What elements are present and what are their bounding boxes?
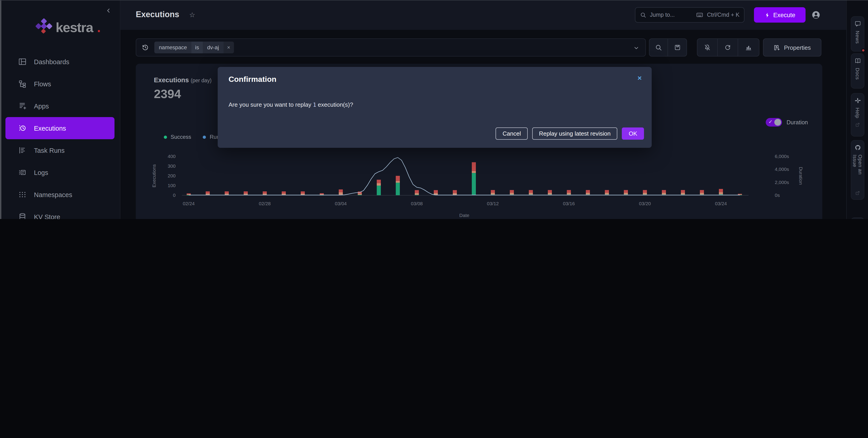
- svg-text:6,000s: 6,000s: [775, 154, 789, 159]
- rail-item-label: Help: [855, 108, 860, 119]
- external-link-icon: [855, 190, 860, 196]
- rail-item-label: News: [855, 31, 860, 44]
- toggle-chart-button[interactable]: [738, 39, 758, 56]
- svg-text:400: 400: [168, 154, 176, 159]
- legend-item-success[interactable]: Success: [164, 134, 191, 140]
- sidebar: kestra. DashboardsFlowsAppsExecutionsTas…: [0, 0, 120, 219]
- sidebar-item-flows[interactable]: Flows: [5, 73, 115, 95]
- filter-search-button[interactable]: [649, 39, 668, 56]
- search-icon: [640, 12, 646, 18]
- filter-value: dv-aj: [203, 42, 223, 53]
- cancel-button[interactable]: Cancel: [496, 128, 528, 140]
- svg-text:03/08: 03/08: [411, 201, 423, 206]
- sidebar-item-logs[interactable]: Logs: [5, 161, 115, 183]
- filter-search-save-group: [649, 38, 687, 57]
- rail-item-open-an-issue[interactable]: Open an Issue: [851, 140, 864, 200]
- github-icon: [854, 144, 861, 151]
- legend-dot: [203, 135, 206, 139]
- history-icon[interactable]: [142, 44, 149, 51]
- sidebar-item-apps[interactable]: Apps: [5, 95, 115, 117]
- user-avatar[interactable]: [811, 10, 821, 20]
- dashboard-icon: [18, 58, 27, 66]
- duration-toggle[interactable]: ✓ Duration: [766, 118, 808, 127]
- taskruns-icon: [18, 146, 27, 155]
- svg-text:2,000s: 2,000s: [775, 180, 789, 185]
- main-content: Executions ☆ Jump to... Ctrl/Cmd + K Exe…: [120, 0, 846, 219]
- kestra-logo-dot: .: [97, 20, 101, 35]
- kestra-app: kestra. DashboardsFlowsAppsExecutionsTas…: [0, 0, 868, 219]
- filter-remove-icon[interactable]: ×: [223, 42, 234, 53]
- sidebar-item-label: Logs: [34, 169, 48, 176]
- rail-item-get-a-demo[interactable]: Get a demo: [851, 217, 864, 219]
- modal-message: Are you sure you want to replay 1 execut…: [228, 101, 353, 108]
- refresh-button[interactable]: [718, 39, 738, 56]
- replay-latest-revision-button[interactable]: Replay using latest revision: [532, 128, 618, 140]
- rail-item-news[interactable]: News: [851, 16, 864, 52]
- logs-icon: [18, 168, 27, 177]
- alerts-off-button[interactable]: [698, 39, 718, 56]
- rail-item-docs[interactable]: Docs: [851, 53, 864, 89]
- kestra-logo[interactable]: kestra.: [36, 19, 101, 36]
- duration-toggle-label: Duration: [786, 119, 808, 126]
- sidebar-collapse-icon[interactable]: [105, 7, 112, 14]
- chart-controls-group: [697, 38, 760, 57]
- left-scrollbar[interactable]: [0, 0, 1, 219]
- toggle-switch[interactable]: ✓: [766, 118, 782, 127]
- sidebar-item-dashboards[interactable]: Dashboards: [5, 50, 115, 73]
- svg-text:Date: Date: [459, 213, 469, 218]
- lightning-bolt-icon: [764, 12, 770, 18]
- svg-text:03/20: 03/20: [639, 201, 651, 206]
- sidebar-item-task-runs[interactable]: Task Runs: [5, 139, 115, 161]
- filter-bar[interactable]: namespace is dv-aj ×: [136, 38, 646, 57]
- properties-button[interactable]: Properties: [763, 38, 822, 57]
- svg-text:4,000s: 4,000s: [775, 167, 789, 172]
- filter-chip[interactable]: namespace is dv-aj ×: [154, 42, 234, 53]
- jump-to-placeholder: Jump to...: [650, 12, 675, 18]
- rail-item-label: Docs: [855, 68, 860, 80]
- svg-text:200: 200: [168, 173, 176, 178]
- apps-icon: [18, 102, 27, 110]
- rail-item-help[interactable]: Help: [851, 93, 864, 136]
- svg-text:100: 100: [168, 183, 176, 188]
- shortcut-hint: Ctrl/Cmd + K: [707, 12, 740, 18]
- sidebar-item-namespaces[interactable]: Namespaces: [5, 183, 115, 206]
- keyboard-icon: [696, 11, 703, 19]
- confirmation-modal: Confirmation × Are you sure you want to …: [218, 67, 652, 148]
- svg-text:02/28: 02/28: [259, 201, 271, 206]
- slack-icon: [854, 97, 861, 104]
- execute-button[interactable]: Execute: [754, 7, 806, 23]
- svg-text:Executions: Executions: [151, 164, 157, 188]
- external-link-icon: [855, 122, 860, 128]
- svg-text:0: 0: [173, 193, 176, 198]
- database-icon: [18, 212, 27, 219]
- favorite-star-icon[interactable]: ☆: [189, 11, 195, 19]
- svg-text:03/04: 03/04: [335, 201, 347, 206]
- ok-button[interactable]: OK: [622, 128, 644, 140]
- sidebar-item-label: Dashboards: [34, 58, 69, 65]
- chart-title: Executions (per day): [154, 76, 212, 83]
- sidebar-item-label: Task Runs: [34, 147, 64, 154]
- executions-bar-chart: 01002003004000s2,000s4,000s6,000s02/2402…: [142, 146, 807, 219]
- chevron-down-icon[interactable]: [633, 44, 640, 52]
- svg-text:Duration: Duration: [798, 167, 804, 184]
- rail-item-label: Open an Issue: [852, 155, 863, 187]
- window-top-edge: [0, 0, 868, 0]
- sidebar-item-executions[interactable]: Executions: [5, 117, 115, 139]
- svg-text:03/24: 03/24: [715, 201, 727, 206]
- executions-total-count: 2394: [154, 87, 181, 101]
- topbar: Executions ☆ Jump to... Ctrl/Cmd + K Exe…: [120, 0, 846, 30]
- jump-to-search[interactable]: Jump to... Ctrl/Cmd + K: [635, 7, 744, 23]
- kestra-logo-text: kestra: [56, 20, 93, 35]
- executions-icon: [18, 124, 27, 132]
- svg-text:02/24: 02/24: [183, 201, 195, 206]
- sidebar-item-label: KV Store: [34, 213, 60, 219]
- sidebar-item-label: Flows: [34, 80, 51, 88]
- filter-field: namespace: [154, 42, 191, 53]
- svg-text:300: 300: [168, 163, 176, 169]
- svg-text:03/12: 03/12: [487, 201, 499, 206]
- filter-save-button[interactable]: [668, 39, 686, 56]
- legend-dot: [164, 135, 167, 139]
- sidebar-item-kv-store[interactable]: KV Store: [5, 206, 115, 219]
- right-rail: 0.23.0-SNAPSHOT NewsDocsHelpOpen an Issu…: [846, 0, 868, 219]
- close-icon[interactable]: ×: [638, 74, 642, 82]
